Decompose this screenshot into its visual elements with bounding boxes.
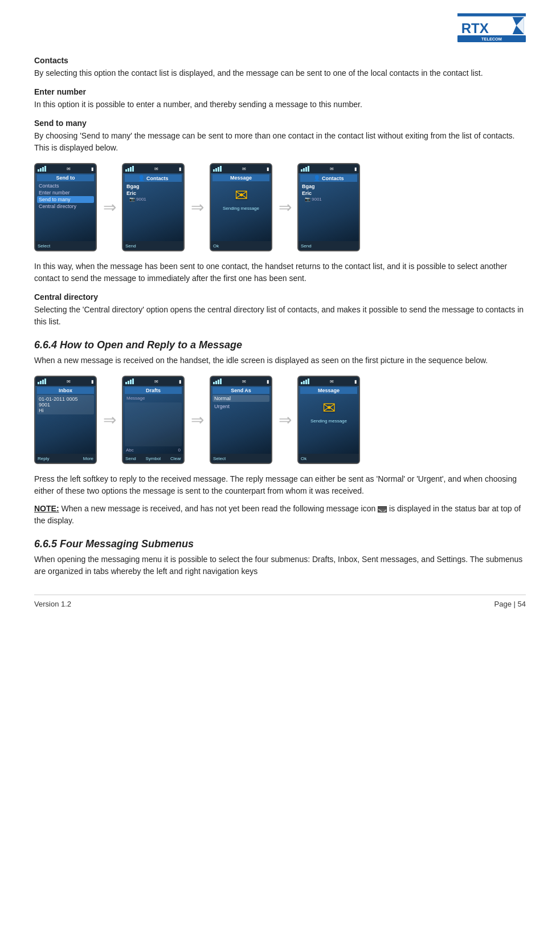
battery-icon-2: ▮ bbox=[179, 166, 181, 172]
send-to-many-body: By choosing 'Send to many' the message c… bbox=[34, 130, 526, 154]
phone-bottom-4: Send bbox=[299, 241, 359, 250]
battery-icon-6: ▮ bbox=[179, 379, 181, 384]
sending-text-8: Sending message bbox=[300, 418, 357, 424]
drafts-counter: 0 bbox=[178, 447, 181, 453]
softkey-clear-6[interactable]: Clear bbox=[170, 456, 181, 461]
phone-bottom-2: Send bbox=[123, 241, 183, 250]
svg-text:RTX: RTX bbox=[461, 21, 489, 36]
phone-topbar-4: ✉ ▮ bbox=[299, 164, 359, 173]
footer-page: Page | 54 bbox=[494, 600, 526, 608]
phone-title-3: Message bbox=[212, 174, 269, 181]
send-to-many-title: Send to many bbox=[34, 119, 526, 128]
envelope-status-3: ✉ bbox=[242, 166, 246, 172]
enter-number-title: Enter number bbox=[34, 87, 526, 96]
phone-topbar-1: ✉ ▮ bbox=[35, 164, 96, 173]
central-dir-title: Central directory bbox=[34, 292, 526, 302]
softkey-select-7[interactable]: Select bbox=[213, 456, 226, 461]
envelope-status-6: ✉ bbox=[154, 379, 158, 384]
signal-icon-6 bbox=[125, 379, 134, 384]
menu-central-dir[interactable]: Central directory bbox=[37, 203, 94, 210]
phone-title-6: Drafts bbox=[125, 387, 182, 394]
send-as-normal[interactable]: Normal bbox=[212, 395, 269, 402]
phone-screen-4: ✉ ▮ 👤 Contacts Bgag Eric 📷 9001 Send bbox=[297, 163, 360, 251]
note-msg-icon-svg bbox=[378, 509, 387, 512]
softkey-ok-8[interactable]: Ok bbox=[301, 456, 306, 461]
phone-title-2: 👤 Contacts bbox=[125, 174, 182, 182]
softkey-send-6[interactable]: Send bbox=[125, 456, 136, 461]
phone-content-4: 👤 Contacts Bgag Eric 📷 9001 bbox=[299, 173, 359, 241]
phone-topbar-6: ✉ ▮ bbox=[123, 377, 183, 386]
phone-screen-2: ✉ ▮ 👤 Contacts Bgag Eric 📷 9001 Send bbox=[122, 163, 185, 251]
envelope-status-1: ✉ bbox=[67, 166, 71, 172]
phone-content-8: Message ✉ Sending message bbox=[299, 386, 359, 454]
signal-icon-7 bbox=[213, 379, 222, 384]
send-as-urgent[interactable]: Urgent bbox=[212, 403, 269, 410]
envelope-status-7: ✉ bbox=[242, 379, 246, 384]
signal-icon-4 bbox=[301, 166, 309, 172]
page-footer: Version 1.2 Page | 54 bbox=[34, 595, 526, 608]
signal-icon-3 bbox=[213, 166, 222, 172]
phone-topbar-5: ✉ ▮ bbox=[35, 377, 96, 386]
battery-icon-4: ▮ bbox=[354, 166, 357, 172]
softkey-send-2[interactable]: Send bbox=[125, 243, 136, 249]
enter-number-body: In this option it is possible to enter a… bbox=[34, 99, 526, 111]
central-dir-body: Selecting the 'Central directory' option… bbox=[34, 304, 526, 328]
phone-row-2: ✉ ▮ Inbox 01-01-2011 0005 9001 Hi Reply … bbox=[34, 376, 526, 464]
section-664-body2: Press the left softkey to reply to the r… bbox=[34, 473, 526, 497]
envelope-icon-3: ✉ bbox=[212, 186, 269, 205]
arrow-1: ⇒ bbox=[100, 198, 118, 217]
contact-bgag-4: Bgag bbox=[300, 183, 357, 190]
battery-icon-7: ▮ bbox=[267, 379, 269, 384]
drafts-abc: Abc bbox=[126, 447, 134, 453]
phone-topbar-8: ✉ ▮ bbox=[299, 377, 359, 386]
battery-icon-1: ▮ bbox=[91, 166, 93, 172]
phone-screen-8: ✉ ▮ Message ✉ Sending message Ok bbox=[297, 376, 360, 464]
page-header: RTX TELECOM bbox=[34, 11, 526, 46]
signal-icon-8 bbox=[301, 379, 309, 384]
phone-row-1: ✉ ▮ Send to Contacts Enter number Send t… bbox=[34, 163, 526, 251]
phone-screen-7: ✉ ▮ Send As Normal Urgent Select bbox=[210, 376, 272, 464]
arrow-5: ⇒ bbox=[100, 410, 118, 429]
softkey-ok-3[interactable]: Ok bbox=[213, 243, 219, 249]
softkey-reply[interactable]: Reply bbox=[38, 456, 49, 461]
inbox-item-5: 01-01-2011 0005 9001 Hi bbox=[37, 395, 94, 414]
envelope-status-4: ✉ bbox=[330, 166, 334, 172]
note-paragraph: NOTE: When a new message is received, an… bbox=[34, 503, 526, 527]
signal-icon-5 bbox=[38, 379, 46, 384]
envelope-big-8: ✉ bbox=[322, 399, 336, 417]
section-665-title: 6.6.5 Four Messaging Submenus bbox=[34, 538, 526, 550]
drafts-label: Message bbox=[125, 395, 182, 401]
softkey-symbol-6[interactable]: Symbol bbox=[145, 456, 161, 461]
menu-contacts[interactable]: Contacts bbox=[37, 182, 94, 189]
arrow-6: ⇒ bbox=[188, 410, 206, 429]
phone-title-8: Message bbox=[300, 387, 357, 394]
arrow-7: ⇒ bbox=[276, 410, 294, 429]
softkey-send-4[interactable]: Send bbox=[301, 243, 312, 249]
battery-icon-3: ▮ bbox=[267, 166, 269, 172]
phone-bottom-7: Select bbox=[211, 454, 271, 463]
phone-bottom-6: Send Symbol Clear bbox=[123, 454, 183, 463]
phone-topbar-3: ✉ ▮ bbox=[211, 164, 271, 173]
phone-content-6: Drafts Message Abc 0 bbox=[123, 386, 183, 454]
contacts-body: By selecting this option the contact lis… bbox=[34, 67, 526, 79]
phone-content-2: 👤 Contacts Bgag Eric 📷 9001 bbox=[123, 173, 183, 241]
section-664-body1: When a new message is received on the ha… bbox=[34, 355, 526, 367]
sending-text-3: Sending message bbox=[212, 206, 269, 211]
menu-enter-number[interactable]: Enter number bbox=[37, 189, 94, 196]
contact-icon-4: 📷 bbox=[305, 197, 310, 202]
battery-icon-5: ▮ bbox=[91, 379, 93, 384]
inbox-date: 01-01-2011 0005 bbox=[39, 396, 92, 402]
battery-icon-8: ▮ bbox=[354, 379, 357, 384]
inbox-msg: Hi bbox=[39, 408, 92, 413]
contact-bgag: Bgag bbox=[125, 183, 182, 190]
envelope-icon-8: ✉ bbox=[300, 398, 357, 417]
drafts-text-area[interactable] bbox=[125, 402, 182, 446]
signal-icon-2 bbox=[125, 166, 134, 172]
softkey-more[interactable]: More bbox=[83, 456, 93, 461]
phone-screen-6: ✉ ▮ Drafts Message Abc 0 Send Symbol Cle… bbox=[122, 376, 185, 464]
phone-content-5: Inbox 01-01-2011 0005 9001 Hi bbox=[35, 386, 96, 454]
softkey-left-1[interactable]: Select bbox=[38, 243, 50, 249]
envelope-status-2: ✉ bbox=[154, 166, 158, 172]
menu-send-to-many[interactable]: Send to many bbox=[37, 196, 94, 203]
phone-screen-5: ✉ ▮ Inbox 01-01-2011 0005 9001 Hi Reply … bbox=[34, 376, 97, 464]
